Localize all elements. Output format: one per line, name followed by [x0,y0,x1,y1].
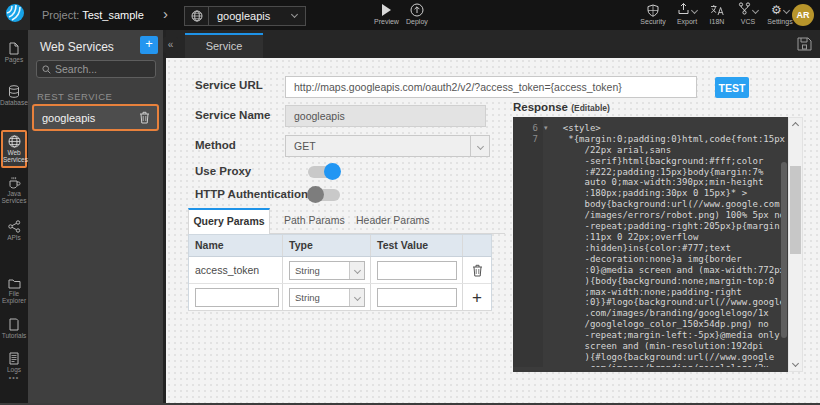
header-type: Type [283,235,371,256]
param-test-value-input[interactable] [377,261,457,280]
log-file-icon [0,352,28,365]
new-param-type-select[interactable]: String [289,288,365,307]
service-item-label: googleapis [34,112,139,124]
test-button[interactable]: TEST [715,77,749,98]
vcs-button[interactable]: VCS [731,3,765,25]
panel-title: Web Services [40,40,114,54]
project-breadcrumb: Project: Test_sample [42,9,144,21]
http-auth-label: HTTP Authentication [195,188,308,200]
service-name-input[interactable]: googleapis [285,105,486,127]
left-nav-strip: Pages Databases Web Services Java Servic… [0,30,28,405]
chevron-down-icon [783,6,790,13]
service-url-label: Service URL [195,79,263,91]
service-settings-content: Service URL TEST Service Name googleapis… [166,58,820,405]
tab-path-params[interactable]: Path Params [284,214,345,226]
user-avatar[interactable]: AR [792,4,814,26]
export-label: Export [677,18,697,25]
response-scrollbar[interactable] [788,117,803,372]
header-test-value: Test Value [371,235,463,256]
chevron-down-icon [291,11,298,18]
service-search[interactable] [36,60,156,78]
sidebar-item-java-services[interactable]: Java Services [0,176,28,204]
response-editable-note: (Editable) [571,103,610,113]
use-proxy-toggle[interactable] [308,166,340,178]
more-options-icon[interactable]: ••• [0,374,28,381]
editor-code-text[interactable]: <style> *{margin:0;padding:0}html,code{f… [552,117,785,367]
i18n-label: I18N [710,18,725,25]
gear-icon: ⚙ [771,4,782,16]
security-label: Security [640,18,665,25]
delete-row-trash-icon[interactable] [472,264,483,277]
method-label: Method [195,139,236,151]
tab-service-settings[interactable]: Service Settings [185,33,263,58]
sidebar-item-logs[interactable]: Logs [0,352,28,373]
export-button[interactable]: Export [670,3,704,25]
sidebar-item-tutorials[interactable]: Tutorials [0,318,28,339]
param-tabs: Query Params Path Params Header Params [188,208,505,234]
app-selector-dropdown[interactable]: googleapis [184,6,306,26]
response-scrollbar-thumb[interactable] [790,166,801,254]
param-name-cell[interactable]: access_token [189,257,283,283]
delete-service-trash-icon[interactable] [139,111,157,124]
service-name-label: Service Name [195,109,270,121]
deploy-label: Deploy [406,18,428,25]
response-code-editor[interactable]: 6 7 ▾ <style> *{margin:0;padding:0}html,… [513,117,788,372]
search-input[interactable] [51,63,155,75]
coffee-cup-icon [0,176,28,189]
query-params-table: Name Type Test Value access_token String [188,234,492,311]
chevron-down-icon [353,266,360,273]
chevron-down-icon [691,6,698,13]
wave-logo-icon [5,3,25,27]
i18n-button[interactable]: I18N [704,3,730,25]
scroll-down-arrow[interactable] [789,359,802,371]
editor-scrollbar-thumb[interactable] [781,162,787,338]
main-area: Service Settings Service URL TEST Servic… [166,30,820,405]
app-window: Project: Test_sample › googleapis Previe… [0,0,820,405]
collapse-panel-button[interactable]: « [163,37,178,53]
save-icon[interactable] [797,37,812,55]
service-url-input[interactable] [285,76,697,98]
param-type-select[interactable]: String [289,261,365,280]
method-select[interactable]: GET [285,135,490,157]
code-fold-icon[interactable]: ▾ [544,124,548,132]
globe-icon [3,135,25,148]
tab-header-params[interactable]: Header Params [356,214,430,226]
play-icon [382,4,391,16]
service-list-item-googleapis[interactable]: googleapis [32,104,159,131]
sidebar-item-apis[interactable]: APIs [0,220,28,241]
method-value: GET [286,140,470,152]
add-service-button[interactable]: + [140,36,158,54]
project-name: Test_sample [82,9,144,21]
http-auth-toggle[interactable] [308,189,340,201]
new-param-name-input[interactable] [195,288,279,307]
sidebar-item-file-explorer[interactable]: File Explorer [0,278,28,304]
breadcrumb-chevron-icon: › [163,5,168,22]
page-icon [0,42,28,55]
settings-label: Settings [767,18,792,25]
header-actions [463,235,491,256]
brand-logo[interactable] [0,0,30,30]
sidebar-item-web-services[interactable]: Web Services [1,130,27,168]
top-bar: Project: Test_sample › googleapis Previe… [0,0,820,30]
security-button[interactable]: Security [636,3,670,25]
folder-icon [0,278,28,289]
search-icon [42,60,51,78]
add-row-plus-icon[interactable]: + [463,284,491,310]
document-icon [0,318,28,331]
scroll-up-arrow[interactable] [789,118,802,130]
web-services-panel: Web Services + REST SERVICE googleapis [28,30,166,405]
deploy-icon [410,3,424,17]
table-row: access_token String [189,257,491,284]
preview-button[interactable]: Preview [374,3,399,25]
database-icon [0,85,28,98]
table-header-row: Name Type Test Value [189,235,491,257]
new-param-test-value-input[interactable] [377,288,457,307]
sidebar-item-databases[interactable]: Databases [0,85,28,106]
deploy-button[interactable]: Deploy [406,3,428,25]
branch-icon [738,1,751,19]
sidebar-item-pages[interactable]: Pages [0,42,28,63]
editor-line-numbers: 6 7 [513,117,543,367]
header-name: Name [189,235,283,256]
rest-service-section-label: REST SERVICE [37,91,112,102]
tab-query-params[interactable]: Query Params [188,208,270,234]
